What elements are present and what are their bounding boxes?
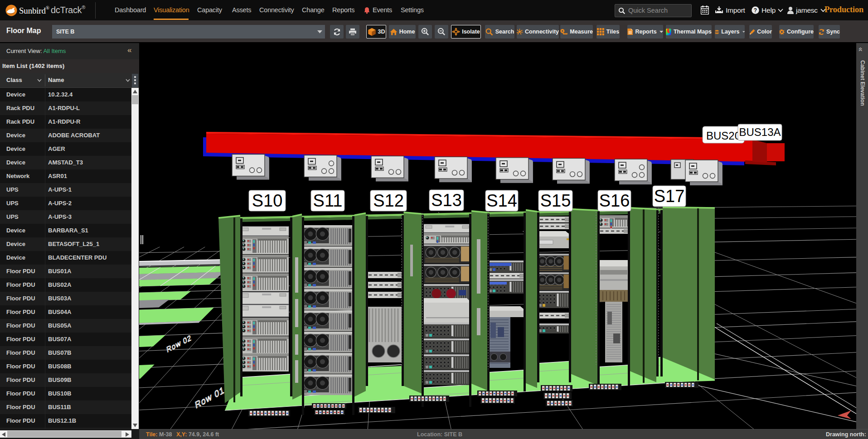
svg-text:S11: S11 <box>313 191 343 210</box>
svg-text:BUS13A: BUS13A <box>739 126 781 138</box>
svg-text:S17: S17 <box>654 187 685 206</box>
svg-text:S13: S13 <box>431 191 462 210</box>
svg-text:S14: S14 <box>486 191 517 210</box>
svg-text:Row 02: Row 02 <box>166 333 192 354</box>
svg-text:S16: S16 <box>599 191 630 210</box>
svg-text:S10: S10 <box>252 191 283 210</box>
svg-text:Row 01: Row 01 <box>194 384 225 410</box>
svg-text:?: ? <box>754 7 757 14</box>
svg-text:S12: S12 <box>373 191 404 210</box>
svg-text:S15: S15 <box>540 191 571 210</box>
